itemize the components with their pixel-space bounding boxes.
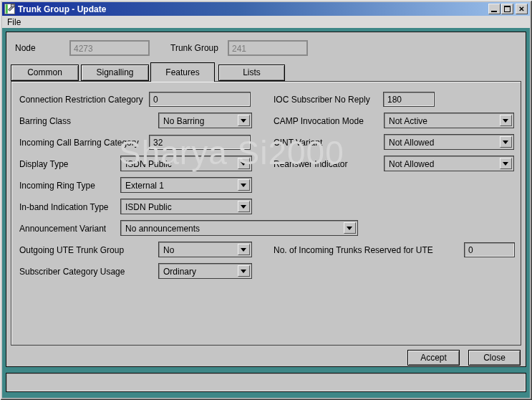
barring-class-select[interactable]: No Barring xyxy=(158,113,252,128)
chevron-down-icon xyxy=(241,119,246,125)
tab-common[interactable]: Common xyxy=(11,65,79,81)
outgoing-ute-trunk-group-select[interactable]: No xyxy=(158,242,252,257)
menu-item-file[interactable]: File xyxy=(2,16,26,28)
reanswer-indicator-select[interactable]: Not Allowed xyxy=(384,156,514,171)
accept-button[interactable]: Accept xyxy=(407,350,460,366)
inband-indication-type-select[interactable]: ISDN Public xyxy=(120,199,252,214)
dropdown-arrow-button[interactable] xyxy=(238,158,250,169)
window-controls: ✕ xyxy=(488,4,528,14)
inband-indication-type-value: ISDN Public xyxy=(125,202,172,212)
trunk-group-label: Trunk Group xyxy=(170,43,218,53)
subscriber-category-usage-select[interactable]: Ordinary xyxy=(158,263,252,279)
dropdown-arrow-button[interactable] xyxy=(500,158,512,169)
node-label: Node xyxy=(15,43,36,53)
main-panel: Node 4273 Trunk Group 241 Common Signall… xyxy=(6,32,526,367)
reanswer-indicator-value: Not Allowed xyxy=(389,159,434,169)
barring-class-label: Barring Class xyxy=(19,116,71,126)
chevron-down-icon xyxy=(503,119,508,125)
ioc-subscriber-no-reply-input[interactable]: 180 xyxy=(383,92,435,107)
dropdown-arrow-button[interactable] xyxy=(344,222,356,234)
incoming-ring-type-select[interactable]: External 1 xyxy=(120,177,252,193)
outgoing-ute-trunk-group-value: No xyxy=(163,245,174,255)
inband-indication-type-label: In-band Indication Type xyxy=(19,202,109,212)
status-bar xyxy=(6,373,526,392)
camp-invocation-mode-value: Not Active xyxy=(389,116,427,126)
cint-variant-value: Not Allowed xyxy=(389,138,434,148)
chevron-down-icon xyxy=(503,162,508,168)
minimize-button[interactable] xyxy=(488,4,500,14)
display-type-label: Display Type xyxy=(19,159,68,169)
features-panel: Connection Restriction Category 0 Barrin… xyxy=(11,81,521,346)
menubar: File xyxy=(2,16,530,28)
dropdown-arrow-button[interactable] xyxy=(500,136,512,148)
incoming-ring-type-value: External 1 xyxy=(125,181,164,191)
dropdown-arrow-button[interactable] xyxy=(238,265,250,277)
tab-features[interactable]: Features xyxy=(150,62,215,82)
dropdown-arrow-button[interactable] xyxy=(238,115,250,126)
cint-variant-label: CINT Variant xyxy=(274,138,322,148)
ioc-subscriber-no-reply-label: IOC Subscriber No Reply xyxy=(274,95,370,105)
announcement-variant-select[interactable]: No announcements xyxy=(120,220,358,236)
incoming-trunks-reserved-ute-input[interactable]: 0 xyxy=(464,242,515,257)
dropdown-arrow-button[interactable] xyxy=(238,179,250,191)
chevron-down-icon xyxy=(241,184,246,190)
camp-invocation-mode-select[interactable]: Not Active xyxy=(384,113,514,128)
dropdown-arrow-button[interactable] xyxy=(500,115,512,126)
chevron-down-icon xyxy=(241,270,246,276)
display-type-value: ISDN Public xyxy=(125,159,172,169)
subscriber-category-usage-value: Ordinary xyxy=(163,267,196,277)
display-type-select[interactable]: ISDN Public xyxy=(120,156,252,171)
tab-lists[interactable]: Lists xyxy=(218,65,285,81)
chevron-down-icon xyxy=(241,162,246,168)
reanswer-indicator-label: Reanswer Indicator xyxy=(274,159,347,169)
connection-restriction-category-label: Connection Restriction Category xyxy=(19,95,143,105)
subscriber-category-usage-label: Subscriber Category Usage xyxy=(19,267,125,277)
chevron-down-icon xyxy=(503,141,508,147)
announcement-variant-label: Announcement Variant xyxy=(19,224,106,234)
trunk-group-tool-icon xyxy=(4,4,15,14)
barring-class-value: No Barring xyxy=(163,116,204,126)
dialog-content: Node 4273 Trunk Group 241 Common Signall… xyxy=(2,28,530,398)
incoming-ring-type-label: Incoming Ring Type xyxy=(19,181,95,191)
close-window-button[interactable]: ✕ xyxy=(516,4,528,14)
cint-variant-select[interactable]: Not Allowed xyxy=(384,134,514,150)
chevron-down-icon xyxy=(347,227,352,233)
tab-signalling[interactable]: Signalling xyxy=(81,65,149,81)
outgoing-ute-trunk-group-label: Outgoing UTE Trunk Group xyxy=(19,245,124,255)
close-icon: ✕ xyxy=(516,4,527,14)
maximize-icon xyxy=(504,6,511,12)
camp-invocation-mode-label: CAMP Invocation Mode xyxy=(274,116,364,126)
connection-restriction-category-input[interactable]: 0 xyxy=(149,92,251,107)
window-title: Trunk Group - Update xyxy=(18,4,488,14)
titlebar: Trunk Group - Update ✕ xyxy=(2,2,530,16)
minimize-icon xyxy=(491,11,497,12)
trunk-group-input[interactable]: 241 xyxy=(228,40,308,56)
incoming-call-barring-category-input[interactable]: 32 xyxy=(149,135,251,150)
maximize-button[interactable] xyxy=(501,4,513,14)
dropdown-arrow-button[interactable] xyxy=(238,201,250,212)
chevron-down-icon xyxy=(241,248,246,254)
announcement-variant-value: No announcements xyxy=(125,224,200,234)
trunk-group-update-window: Trunk Group - Update ✕ File Node 4273 Tr… xyxy=(0,0,532,400)
chevron-down-icon xyxy=(241,205,246,211)
incoming-call-barring-category-label: Incoming Call Barring Category xyxy=(19,138,139,148)
close-dialog-button[interactable]: Close xyxy=(468,350,521,366)
dropdown-arrow-button[interactable] xyxy=(238,244,250,255)
node-input[interactable]: 4273 xyxy=(69,40,150,56)
incoming-trunks-reserved-ute-label: No. of Incoming Trunks Reserved for UTE xyxy=(274,245,433,255)
